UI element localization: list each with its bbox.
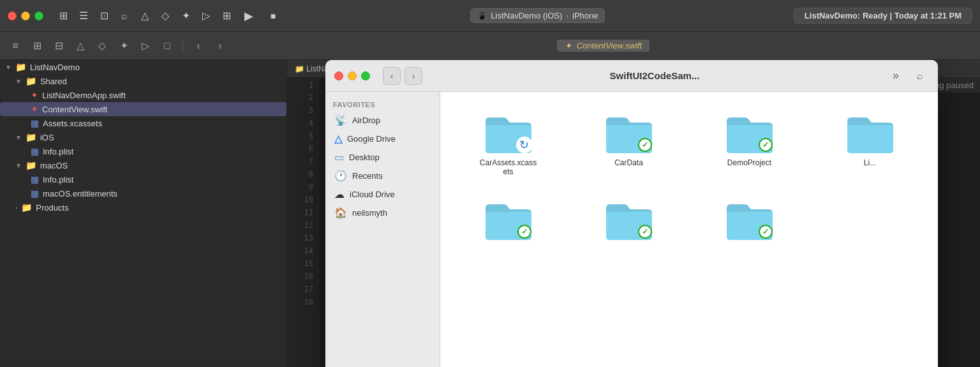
folder-svg — [845, 110, 896, 154]
finder-forward-button[interactable]: › — [405, 67, 422, 85]
scheme-icon: 📱 — [477, 11, 487, 20]
finder-item-r2c2[interactable]: ✓ — [574, 191, 684, 250]
tag-icon[interactable]: ▷ — [137, 37, 154, 55]
debug-icon[interactable]: ▷ — [199, 9, 213, 23]
products-label: Products — [36, 203, 68, 213]
swift-icon: ✦ — [31, 104, 38, 114]
finder-item-demoproject[interactable]: ✓ DemoProject — [694, 105, 805, 181]
project-icon: 📁 — [15, 62, 26, 72]
tree-item-contentview[interactable]: ✦ ContentView.swift — [0, 102, 286, 116]
plist-icon: ▦ — [31, 188, 39, 198]
bookmark-icon[interactable]: ✦ — [115, 37, 133, 55]
shared-label: Shared — [40, 77, 67, 86]
source-control-icon[interactable]: ◇ — [158, 9, 172, 23]
folder-wrap: ↻ — [483, 110, 534, 154]
scheme-selector[interactable]: 📱 ListNavDemo (iOS) › iPhone — [470, 8, 605, 23]
forward-icon[interactable]: › — [211, 37, 229, 55]
folder-wrap: ✓ — [724, 197, 775, 241]
recents-icon: 🕐 — [334, 170, 347, 182]
warning-icon[interactable]: △ — [138, 9, 152, 23]
finder-item-li[interactable]: Li... — [815, 105, 925, 181]
finder-item-r2c1[interactable]: ✓ — [453, 191, 563, 250]
tree-item-listnavdemoapp[interactable]: ✦ ListNavDemoApp.swift — [0, 88, 286, 102]
sidebar-item-icloud[interactable]: ☁ iCloud Drive — [325, 185, 440, 204]
editor-area: 📁 ListNavDemo › 📁 Shared › ✦ ContentView… — [287, 60, 980, 367]
finder-zoom[interactable] — [361, 71, 370, 80]
chevron-down-icon: ▼ — [15, 162, 22, 169]
finder-title-bar: ‹ › SwiftUI2CodeSam... » ⌕ — [325, 60, 938, 92]
googledrive-label: Google Drive — [347, 134, 396, 144]
divider1 — [182, 40, 183, 52]
warning2-icon[interactable]: △ — [71, 37, 89, 55]
assets-icon: ▦ — [31, 118, 39, 128]
grid-icon[interactable]: ⊞ — [219, 9, 234, 23]
line-8: 8 — [287, 170, 318, 183]
finder-item-carassets[interactable]: ↻ CarAssets.xcassets — [453, 105, 563, 181]
file-contentview: ContentView.swift — [42, 105, 107, 114]
airdrop-label: AirDrop — [352, 116, 380, 125]
tree-item-assets[interactable]: ▦ Assets.xcassets — [0, 116, 286, 130]
tree-item-entitlements[interactable]: ▦ macOS.entitlements — [0, 186, 286, 200]
finder-item-cardata[interactable]: ✓ CarData — [574, 105, 684, 181]
finder-item-r2c3[interactable]: ✓ — [694, 191, 805, 250]
finder-nav: ‹ › — [383, 67, 422, 85]
navigator-icon[interactable]: ☰ — [77, 9, 91, 23]
finder-minimize[interactable] — [348, 71, 357, 80]
scheme-name: ListNavDemo (iOS) — [491, 11, 562, 20]
code-icon[interactable]: ⊞ — [28, 37, 46, 55]
line-10: 10 — [287, 195, 318, 208]
navigator-panel-icon[interactable]: ≡ — [6, 37, 24, 55]
tree-item-shared[interactable]: ▼ 📁 Shared — [0, 74, 286, 88]
hierarchy-icon[interactable]: ⊡ — [97, 9, 111, 23]
run-button[interactable]: ▶ — [240, 7, 258, 25]
finder-close[interactable] — [334, 71, 343, 80]
tree-root[interactable]: ▼ 📁 ListNavDemo — [0, 60, 286, 74]
tree-item-products[interactable]: › 📁 Products — [0, 200, 286, 214]
line-numbers: 1 2 3 4 5 6 7 8 9 10 11 12 13 14 15 16 1… — [287, 78, 319, 367]
finder-back-button[interactable]: ‹ — [383, 67, 401, 85]
line-11: 11 — [287, 208, 318, 221]
finder-title: SwiftUI2CodeSam... — [429, 70, 880, 81]
plist-icon: ▦ — [31, 146, 39, 156]
close-button[interactable] — [8, 11, 17, 20]
folder-wrap — [845, 110, 896, 154]
recents-label: Recents — [352, 171, 383, 181]
googledrive-icon: △ — [334, 133, 342, 145]
finder-expand-button[interactable]: » — [887, 67, 905, 85]
sidebar-item-airdrop[interactable]: 📡 AirDrop — [325, 111, 440, 130]
finder-traffic-lights — [334, 71, 370, 80]
grid2-icon[interactable]: □ — [158, 37, 176, 55]
status-label: ListNavDemo: Ready | Today at 1:21 PM — [794, 8, 972, 24]
line-16: 16 — [287, 272, 318, 285]
tree-item-info-ios[interactable]: ▦ Info.plist — [0, 144, 286, 158]
tree-item-info-macos[interactable]: ▦ Info.plist — [0, 172, 286, 186]
source2-icon[interactable]: ◇ — [93, 37, 111, 55]
folder-icon: 📁 — [26, 132, 36, 142]
line-12: 12 — [287, 221, 318, 234]
minimize-button[interactable] — [21, 11, 30, 20]
line-6: 6 — [287, 144, 318, 157]
toolbar2: ≡ ⊞ ⊟ △ ◇ ✦ ▷ □ ‹ › ✦ ContentView.swift — [0, 32, 980, 60]
tab-label[interactable]: ✦ ContentView.swift — [557, 40, 650, 52]
item-label-demoproject: DemoProject — [727, 158, 771, 167]
breakpoint-icon[interactable]: ✦ — [179, 9, 193, 23]
finder-search-button[interactable]: ⌕ — [911, 67, 929, 85]
stop-button[interactable]: ■ — [264, 7, 282, 25]
macos-label: macOS — [40, 161, 68, 170]
tree-item-macos[interactable]: ▼ 📁 macOS — [0, 158, 286, 172]
finder-grid: ↻ CarAssets.xcassets ✓ — [453, 105, 925, 250]
hierarchy2-icon[interactable]: ⊟ — [50, 37, 68, 55]
sidebar-item-googledrive[interactable]: △ Google Drive — [325, 130, 440, 148]
tree-item-ios[interactable]: ▼ 📁 iOS — [0, 130, 286, 144]
sidebar-item-recents[interactable]: 🕐 Recents — [325, 167, 440, 185]
sidebar-item-home[interactable]: 🏠 neilsmyth — [325, 204, 440, 222]
file-tab[interactable]: ✦ ContentView.swift — [233, 40, 974, 52]
zoom-button[interactable] — [34, 11, 43, 20]
file-info-ios: Info.plist — [43, 147, 73, 156]
search-icon[interactable]: ⌕ — [117, 9, 131, 23]
sidebar-toggle-icon[interactable]: ⊞ — [56, 9, 70, 23]
sidebar-item-desktop[interactable]: ▭ Desktop — [325, 148, 440, 167]
back-icon[interactable]: ‹ — [189, 37, 207, 55]
check-badge: ✓ — [638, 138, 652, 152]
item-label-li: Li... — [864, 158, 876, 167]
